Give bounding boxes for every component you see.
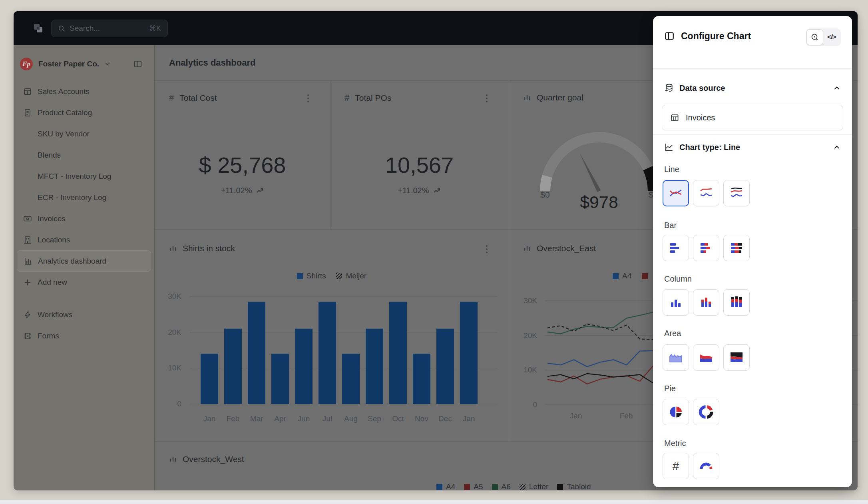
card-title: Total POs [355,93,391,103]
sidebar-item-label: Workflows [38,310,72,319]
card-menu-button[interactable] [303,93,313,104]
sidebar-item-locations[interactable]: Locations [17,229,151,250]
chart-legend: A4A5A6LetterTabloid [436,482,591,490]
sidebar-item-label: Locations [38,236,70,244]
code-icon: </> [827,33,836,41]
legend-swatch [557,484,563,490]
svg-text:$978: $978 [580,192,618,212]
sidebar-item-ecr-inventory-log[interactable]: ECR - Inventory Log [17,187,151,208]
svg-text:Oct: Oct [392,414,404,423]
line-multi-icon [698,185,714,201]
chart-type-options-bar [663,235,750,261]
column-stacked-icon [698,294,714,310]
search-placeholder: Search... [70,24,149,33]
sidebar-item-blends[interactable]: Blends [17,144,151,166]
configure-chart-panel: Configure Chart </> Data source [653,16,852,487]
chart-type-option-column-basic[interactable] [663,289,689,316]
chart-type-options-line [663,180,750,206]
data-source-section[interactable]: Data source [664,82,841,94]
column-stacked-3-icon [729,294,745,310]
data-source-label: Data source [679,84,833,93]
workspace-switcher[interactable]: Fp Foster Paper Co. [20,55,150,73]
chart-type-option-gauge[interactable] [693,453,719,479]
chevron-up-icon[interactable] [833,143,841,151]
svg-text:30K: 30K [168,292,181,300]
chart-type-option-area-basic[interactable] [663,344,689,371]
chart-type-label: Chart type: Line [679,143,833,152]
sidebar-item-add-new[interactable]: Add new [17,272,151,293]
sidebar-item-analytics-dashboard[interactable]: Analytics dashboard [17,250,151,272]
metric-value: 10,567 [330,152,509,178]
svg-text:10K: 10K [168,364,181,372]
visual-mode-button[interactable] [806,29,823,45]
sidebar-nav: Sales AccountsProduct CatalogSKU by Vend… [17,81,151,346]
svg-text:Jun: Jun [298,414,310,423]
legend-swatch [464,484,470,490]
chart-type-option-line-basic[interactable] [663,180,689,206]
chart-type-option-pie[interactable] [663,399,689,425]
legend-item: A4 [436,482,455,490]
sidebar-item-label: Invoices [38,214,66,223]
sidebar-item-sku-by-vendor[interactable]: SKU by Vendor [17,123,151,144]
data-source-value-button[interactable]: Invoices [662,105,843,130]
chart-type-group-label: Line [664,165,679,174]
svg-text:Feb: Feb [620,412,633,420]
chart-type-options-pie [663,399,719,425]
chevron-up-icon[interactable] [833,84,841,92]
metric-value: $ 25,768 [155,152,330,178]
chart-type-section[interactable]: Chart type: Line [664,141,841,153]
chart-type-option-column-stacked-3[interactable] [723,289,750,316]
sidebar-item-label: Blends [38,151,61,160]
chart-type-option-line-multi[interactable] [693,180,719,206]
bar-stacked-3-icon [729,240,745,256]
sidebar-item-forms[interactable]: Forms [17,325,151,346]
chart-type-options-column [663,289,750,316]
svg-text:0: 0 [177,400,181,408]
code-mode-button[interactable]: </> [823,29,840,45]
chart-type-option-area-stacked[interactable] [693,344,719,371]
chart-type-group-label: Area [664,329,681,338]
svg-text:Apr: Apr [274,414,286,423]
bar-basic-icon [668,240,684,256]
chart-type-option-line-stacked[interactable] [723,180,750,206]
legend-label: A6 [502,482,511,490]
bar-chart-icon [169,455,177,463]
sidebar-item-invoices[interactable]: Invoices [17,208,151,229]
search-input[interactable]: Search... ⌘K [51,20,168,37]
panel-title: Configure Chart [681,31,751,42]
card-title-row: # Total Cost [169,93,217,103]
sidebar-item-workflows[interactable]: Workflows [17,304,151,325]
lightning-icon [23,310,32,319]
collapse-sidebar-icon[interactable] [133,60,142,68]
svg-text:$0: $0 [540,190,549,199]
data-source-value: Invoices [686,113,715,122]
chart-type-option-area-stacked-3[interactable] [723,344,750,371]
document-icon [23,108,32,117]
chart-type-option-column-stacked[interactable] [693,289,719,316]
chart-type-option-bar-basic[interactable] [663,235,689,261]
search-icon [58,25,66,32]
chart-type-option-bar-stacked[interactable] [693,235,719,261]
sidebar-item-sales-accounts[interactable]: Sales Accounts [17,81,151,102]
search-shortcut: ⌘K [149,24,161,33]
number-metric-icon: # [169,93,174,103]
line-basic-icon [668,185,684,201]
sidebar-item-label: ECR - Inventory Log [38,193,106,202]
number-icon: # [668,458,684,474]
sidebar-item-product-catalog[interactable]: Product Catalog [17,102,151,123]
chart-type-option-number[interactable]: # [663,453,689,479]
column-basic-icon [668,294,684,310]
legend-label: A4 [446,482,455,490]
chart-type-options-area [663,344,750,371]
svg-text:0: 0 [533,400,537,409]
legend-item: Letter [520,482,549,490]
panel-mode-switch: </> [806,28,841,46]
chart-type-option-donut[interactable] [693,399,719,425]
sidebar-item-label: MFCT - Inventory Log [38,172,111,181]
chart-type-option-bar-stacked-3[interactable] [723,235,750,261]
legend-label: Tabloid [567,482,591,490]
card-menu-button[interactable] [482,93,492,104]
legend-swatch [436,484,442,490]
building-icon [23,236,32,244]
sidebar-item-mfct-inventory-log[interactable]: MFCT - Inventory Log [17,166,151,187]
